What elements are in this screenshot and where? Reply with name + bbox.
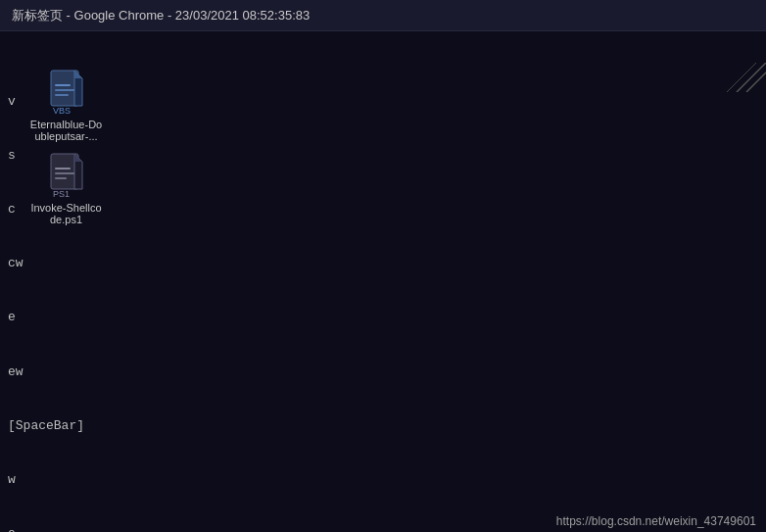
shellcode-label: Invoke-Shellcode.ps1	[29, 202, 103, 225]
window-title: 新标签页 - Google Chrome - 23/03/2021 08:52:…	[12, 7, 310, 24]
svg-rect-7	[55, 89, 74, 91]
status-bar: https://blog.csdn.net/weixin_43749601	[547, 510, 766, 532]
svg-rect-6	[55, 84, 71, 86]
terminal-line-4: cw	[8, 255, 760, 273]
terminal-line-2: s	[8, 147, 760, 166]
svg-text:PS1: PS1	[53, 189, 70, 199]
decoration	[688, 63, 766, 92]
terminal-area: VBS Eternalblue-Doubleputsar-... PS1 Inv…	[0, 31, 766, 532]
status-url: https://blog.csdn.net/weixin_43749601	[556, 514, 756, 528]
terminal-line-3: c	[8, 201, 760, 219]
ps1-icon-svg: PS1	[47, 152, 86, 199]
terminal-line-6: ew	[8, 363, 760, 382]
vbs-icon-svg: VBS	[47, 69, 86, 116]
vbs-file-icon: VBS	[46, 69, 87, 116]
desktop-icons-container: VBS Eternalblue-Doubleputsar-... PS1 Inv…	[29, 69, 103, 225]
deco-svg	[688, 63, 766, 92]
svg-line-1	[746, 63, 766, 92]
shellcode-icon[interactable]: PS1 Invoke-Shellcode.ps1	[29, 152, 103, 225]
terminal-line-5: e	[8, 309, 760, 327]
svg-text:VBS: VBS	[53, 106, 71, 116]
terminal-output: v s c cw e ew [SpaceBar] w e f w [SpaceB…	[8, 39, 760, 532]
terminal-line-7: [SpaceBar]	[8, 417, 760, 436]
svg-rect-13	[55, 168, 71, 169]
svg-rect-8	[55, 94, 69, 96]
svg-rect-14	[55, 172, 74, 174]
svg-rect-15	[55, 177, 67, 179]
eternalblue-label: Eternalblue-Doubleputsar-...	[29, 119, 103, 142]
title-bar: 新标签页 - Google Chrome - 23/03/2021 08:52:…	[0, 0, 766, 31]
eternalblue-icon[interactable]: VBS Eternalblue-Doubleputsar-...	[29, 69, 103, 142]
terminal-line-1: v	[8, 93, 760, 112]
terminal-line-8: w	[8, 471, 760, 490]
ps1-file-icon: PS1	[46, 152, 87, 199]
